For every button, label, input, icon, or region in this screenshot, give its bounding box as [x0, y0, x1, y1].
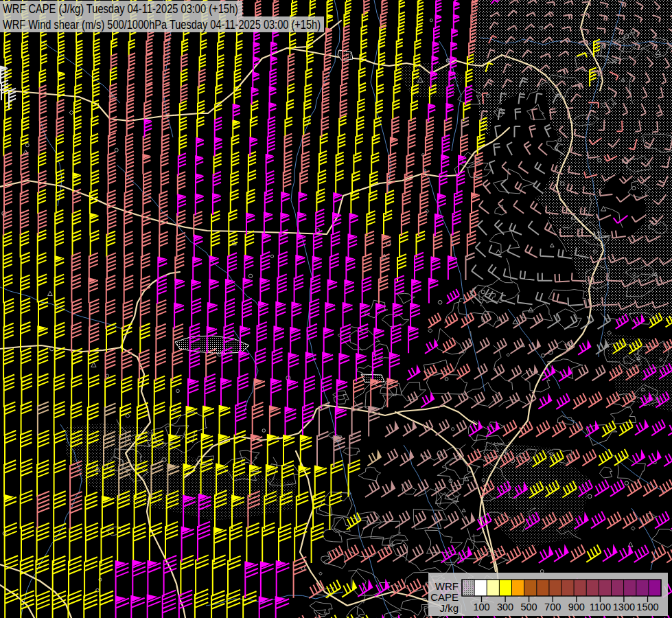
- svg-text:1500: 1500: [636, 602, 658, 613]
- svg-text:WRF Wind shear (m/s) 500/1000h: WRF Wind shear (m/s) 500/1000hPa Tuesday…: [3, 18, 321, 32]
- svg-text:700: 700: [544, 602, 561, 613]
- svg-text:500: 500: [520, 602, 537, 613]
- svg-text:WRF CAPE (J/kg) Tuesday 04-11-: WRF CAPE (J/kg) Tuesday 04-11-2025 03:00…: [3, 2, 238, 16]
- svg-text:J/kg: J/kg: [439, 602, 459, 614]
- svg-text:1100: 1100: [590, 602, 611, 613]
- svg-text:100: 100: [473, 602, 489, 613]
- svg-text:CAPE: CAPE: [430, 591, 459, 603]
- svg-text:1300: 1300: [613, 602, 635, 613]
- svg-text:WRF: WRF: [435, 580, 459, 592]
- svg-text:900: 900: [568, 602, 585, 613]
- svg-text:300: 300: [497, 602, 513, 613]
